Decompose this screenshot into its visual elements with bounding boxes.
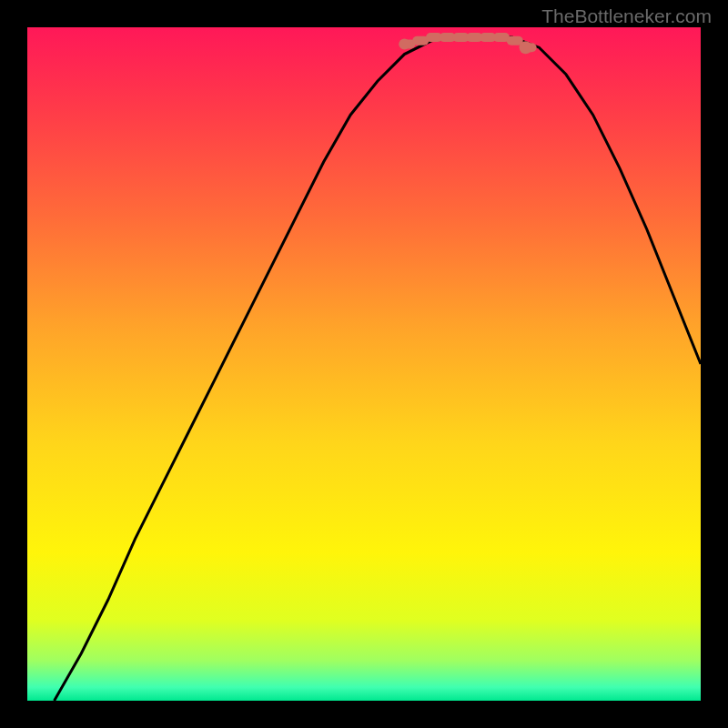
start-dot — [399, 39, 410, 50]
chart-svg — [27, 27, 701, 701]
end-dot — [520, 41, 532, 54]
plot-frame — [27, 27, 701, 701]
watermark-text: TheBottleneker.com — [541, 5, 712, 27]
